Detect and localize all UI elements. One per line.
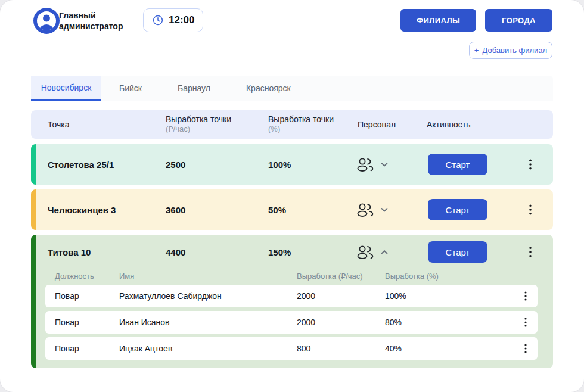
- staff-position: Повар: [55, 344, 79, 353]
- point-pct: 50%: [268, 205, 286, 215]
- staff-toggle[interactable]: [356, 157, 389, 172]
- point-rate: 4400: [166, 247, 185, 257]
- staff-row-menu-button[interactable]: [518, 315, 533, 329]
- column-pct-unit: (%): [268, 125, 334, 135]
- kebab-menu-icon: [524, 291, 527, 301]
- staff-row: Повар Ицхак Ацтоев 800 40%: [45, 337, 538, 360]
- point-name: Челюскинцев 3: [48, 205, 116, 215]
- kebab-menu-icon: [529, 159, 532, 170]
- staff-column-rate: Выработка (₽/час): [297, 272, 363, 281]
- users-icon: [356, 202, 374, 217]
- staff-column-position: Должность: [55, 272, 94, 281]
- tab-barnaul[interactable]: Барнаул: [160, 76, 228, 101]
- point-row-titova: Титова 10 4400 150% Старт: [31, 235, 553, 368]
- tab-novosibirsk[interactable]: Новосибирск: [31, 76, 101, 101]
- column-rate: Выработка точки (₽/час): [166, 114, 231, 135]
- staff-row-menu-button[interactable]: [518, 289, 533, 303]
- kebab-menu-icon: [524, 344, 527, 353]
- add-branch-button[interactable]: + Добавить филиал: [469, 42, 552, 59]
- chevron-up-icon: [380, 248, 389, 256]
- chevron-down-icon: [380, 206, 389, 214]
- staff-position: Повар: [55, 291, 79, 301]
- staff-name: Рахматуллоев Сабирджон: [119, 291, 222, 301]
- point-name: Столетова 25/1: [48, 160, 114, 170]
- column-rate-title: Выработка точки: [166, 114, 231, 125]
- staff-toggle-expanded[interactable]: [356, 244, 389, 260]
- point-pct: 150%: [268, 247, 291, 257]
- avatar: [33, 8, 60, 34]
- clock-icon: [152, 14, 164, 26]
- staff-row-menu-button[interactable]: [518, 341, 533, 356]
- city-tabs: Новосибирск Бийск Барнаул Красноярск: [31, 76, 553, 101]
- point-row-stoletova: Столетова 25/1 2500 100% Старт: [31, 144, 553, 185]
- point-row-chelyuskintsev: Челюскинцев 3 3600 50% Старт: [31, 189, 553, 230]
- point-name: Титова 10: [48, 247, 91, 257]
- column-pct: Выработка точки (%): [268, 114, 334, 135]
- column-staff: Персонал: [358, 119, 396, 130]
- column-point: Точка: [48, 119, 69, 130]
- staff-pct: 80%: [385, 318, 402, 327]
- plus-icon: +: [474, 46, 479, 55]
- staff-name: Иван Исанов: [119, 318, 170, 327]
- staff-pct: 100%: [385, 291, 406, 301]
- tab-krasnoyarsk[interactable]: Красноярск: [228, 76, 309, 101]
- point-rate: 3600: [166, 205, 185, 215]
- start-button[interactable]: Старт: [428, 199, 487, 220]
- point-rate: 2500: [166, 160, 185, 170]
- staff-name: Ицхак Ацтоев: [119, 344, 172, 353]
- staff-position: Повар: [55, 318, 79, 327]
- kebab-menu-icon: [529, 204, 532, 215]
- user-role-label: Главный администратор: [59, 11, 129, 32]
- kebab-menu-icon: [524, 318, 527, 327]
- chevron-down-icon: [380, 160, 389, 169]
- add-branch-label: Добавить филиал: [482, 46, 547, 55]
- time-badge[interactable]: 12:00: [143, 8, 203, 32]
- staff-toggle[interactable]: [356, 202, 389, 217]
- row-menu-button[interactable]: [522, 201, 539, 218]
- table-header: Точка Выработка точки (₽/час) Выработка …: [31, 110, 553, 139]
- tab-biysk[interactable]: Бийск: [101, 76, 160, 101]
- staff-rate: 800: [297, 344, 310, 353]
- user-avatar-icon: [33, 8, 60, 34]
- time-value: 12:00: [169, 14, 194, 26]
- row-menu-button[interactable]: [522, 244, 539, 260]
- column-activity: Активность: [427, 119, 471, 130]
- staff-rate: 2000: [297, 291, 315, 301]
- branches-button[interactable]: ФИЛИАЛЫ: [400, 9, 476, 32]
- column-rate-unit: (₽/час): [166, 125, 231, 135]
- admin-dashboard: Главный администратор 12:00 ФИЛИАЛЫ ГОРО…: [0, 0, 584, 392]
- staff-column-name: Имя: [119, 272, 134, 281]
- staff-row: Повар Рахматуллоев Сабирджон 2000 100%: [45, 285, 538, 307]
- point-pct: 100%: [268, 160, 291, 170]
- staff-pct: 40%: [385, 344, 402, 353]
- start-button[interactable]: Старт: [428, 154, 487, 175]
- cities-button[interactable]: ГОРОДА: [485, 9, 552, 32]
- staff-row: Повар Иван Исанов 2000 80%: [45, 311, 538, 334]
- kebab-menu-icon: [529, 247, 532, 257]
- staff-column-pct: Выработка (%): [385, 272, 439, 281]
- column-pct-title: Выработка точки: [268, 114, 334, 125]
- staff-rate: 2000: [297, 318, 315, 327]
- point-row-main: Титова 10 4400 150% Старт: [31, 235, 553, 269]
- staff-table-header: Должность Имя Выработка (₽/час) Выработк…: [31, 272, 553, 281]
- row-menu-button[interactable]: [522, 156, 539, 173]
- users-icon: [356, 157, 374, 172]
- point-row-main: Столетова 25/1 2500 100% Старт: [31, 144, 553, 185]
- point-row-main: Челюскинцев 3 3600 50% Старт: [31, 189, 553, 230]
- start-button[interactable]: Старт: [428, 241, 487, 263]
- users-icon: [356, 244, 374, 260]
